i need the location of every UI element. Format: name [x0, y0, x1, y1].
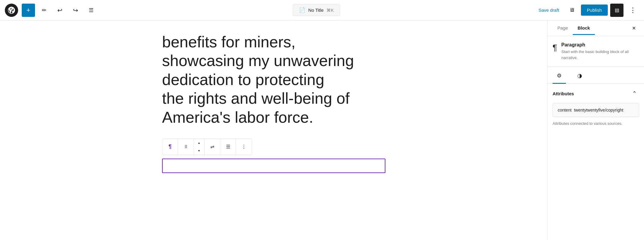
sidebar-toggle-button[interactable]: ▤ — [610, 4, 623, 17]
list-icon: ☰ — [89, 7, 94, 14]
more-options-icon: ⋮ — [630, 6, 636, 14]
collapse-icon: ⌃ — [632, 90, 637, 97]
main-area: benefits for miners, showcasing my unwav… — [0, 21, 644, 240]
editor-content: benefits for miners, showcasing my unwav… — [162, 33, 385, 173]
attributes-title: Attributes — [553, 91, 574, 96]
move-up-button[interactable]: ▲ — [194, 139, 205, 147]
attributes-collapse-button[interactable]: ⌃ — [630, 89, 639, 98]
align-button[interactable]: ☰ — [220, 139, 236, 155]
toolbar-center: 📄 No Title ⌘K — [100, 4, 532, 16]
attribute-note: Attributes connected to various sources. — [553, 121, 639, 127]
block-more-icon: ⋮ — [241, 144, 246, 150]
more-options-button[interactable]: ⋮ — [626, 4, 639, 17]
document-title-text: No Title — [308, 8, 324, 13]
transform-block-button[interactable]: ⇌ — [205, 139, 220, 155]
gear-icon: ⚙ — [557, 72, 562, 79]
attribute-value: twentytwentyfive/copyright — [574, 108, 623, 112]
block-more-options-button[interactable]: ⋮ — [236, 139, 252, 155]
drag-handle-button[interactable]: ⠿ — [178, 139, 194, 155]
block-type-button[interactable]: ¶ — [162, 139, 178, 155]
block-settings-tabs: ⚙ ◑ — [548, 67, 644, 84]
redo-button[interactable]: ↪ — [69, 4, 82, 17]
sidebar-header: Page Block ✕ — [548, 21, 644, 36]
attribute-item: content twentytwentyfive/copyright — [553, 103, 639, 117]
close-icon: ✕ — [632, 25, 636, 31]
transform-icon: ⇌ — [210, 144, 214, 150]
publish-button[interactable]: Publish — [581, 5, 608, 16]
block-style-tab[interactable]: ◑ — [573, 71, 586, 84]
paragraph-type-icon: ¶ — [168, 144, 171, 150]
view-icon: 🖥 — [569, 7, 575, 13]
keyboard-shortcut: ⌘K — [327, 8, 333, 13]
sidebar-block-info: ¶ Paragraph Start with the basic buildin… — [548, 36, 644, 67]
selected-block-content[interactable] — [162, 159, 385, 173]
undo-button[interactable]: ↩ — [53, 4, 66, 17]
block-description: Start with the basic building block of a… — [561, 49, 639, 61]
view-button[interactable]: 🖥 — [565, 4, 579, 17]
editor-paragraph-text: benefits for miners, showcasing my unwav… — [162, 33, 385, 127]
right-sidebar: Page Block ✕ ¶ Paragraph Start with the … — [547, 21, 644, 240]
move-up-down-group: ▲ ▼ — [194, 139, 205, 155]
undo-icon: ↩ — [57, 7, 62, 14]
add-block-button[interactable]: + — [22, 4, 35, 17]
sidebar-close-button[interactable]: ✕ — [628, 23, 639, 34]
wp-logo-icon — [7, 6, 16, 14]
document-title-button[interactable]: 📄 No Title ⌘K — [293, 4, 340, 16]
block-floating-toolbar: ¶ ⠿ ▲ ▼ ⇌ ☰ ⋮ — [162, 139, 252, 155]
wp-logo[interactable] — [5, 4, 18, 17]
style-icon: ◑ — [577, 72, 582, 79]
pen-button[interactable]: ✏ — [37, 4, 51, 17]
attribute-key: content — [558, 108, 572, 112]
align-icon: ☰ — [226, 144, 230, 150]
list-view-button[interactable]: ☰ — [84, 4, 98, 17]
main-toolbar: + ✏ ↩ ↪ ☰ 📄 No Title ⌘K Save draft 🖥 Pub… — [0, 0, 644, 21]
tab-block[interactable]: Block — [573, 22, 595, 35]
pen-icon: ✏ — [42, 7, 46, 14]
editor-area[interactable]: benefits for miners, showcasing my unwav… — [0, 21, 547, 240]
block-name-label: Paragraph — [561, 42, 639, 48]
drag-handle-icon: ⠿ — [184, 144, 187, 149]
block-toolbar-area: ¶ ⠿ ▲ ▼ ⇌ ☰ ⋮ — [162, 139, 385, 173]
block-settings-gear-tab[interactable]: ⚙ — [553, 71, 566, 84]
toolbar-right: Save draft 🖥 Publish ▤ ⋮ — [535, 4, 639, 17]
block-paragraph-icon: ¶ — [553, 43, 557, 52]
attributes-header: Attributes ⌃ — [553, 89, 639, 98]
redo-icon: ↪ — [73, 7, 78, 14]
save-draft-button[interactable]: Save draft — [535, 5, 563, 15]
attributes-section: Attributes ⌃ content twentytwentyfive/co… — [548, 84, 644, 131]
move-down-button[interactable]: ▼ — [194, 147, 205, 155]
sidebar-toggle-icon: ▤ — [615, 7, 619, 13]
tab-page[interactable]: Page — [553, 22, 573, 35]
